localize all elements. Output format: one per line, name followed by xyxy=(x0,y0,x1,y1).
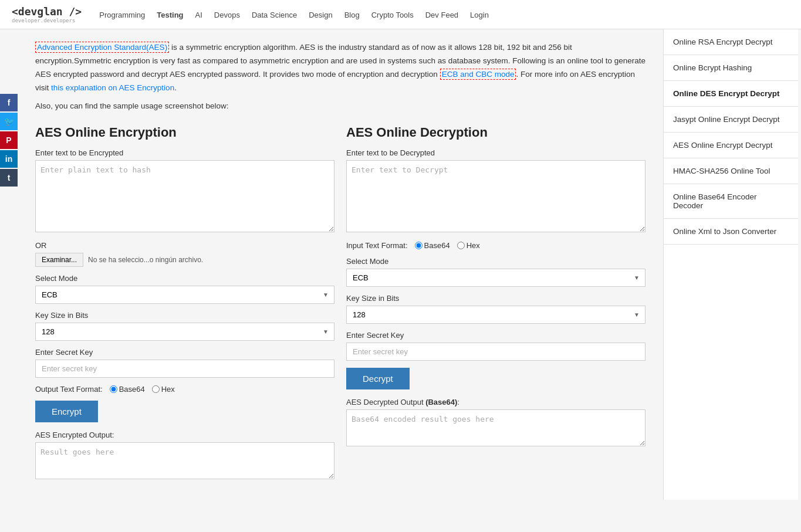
encrypt-column: AES Online Encryption Enter text to be E… xyxy=(35,125,334,488)
tumblr-button[interactable]: t xyxy=(0,169,18,187)
output-format-hex-label[interactable]: Hex xyxy=(152,385,175,394)
input-format-hex-label[interactable]: Hex xyxy=(457,241,480,250)
also-text: Also, you can find the sample usage scre… xyxy=(35,100,645,113)
encrypt-text-label: Enter text to be Encrypted xyxy=(35,148,334,157)
decrypt-secretkey-input[interactable] xyxy=(346,343,645,361)
encrypt-secretkey-group: Enter Secret Key xyxy=(35,348,334,378)
decrypt-title: AES Online Decryption xyxy=(346,125,645,140)
twitter-button[interactable]: 🐦 xyxy=(0,113,18,130)
two-columns: AES Online Encryption Enter text to be E… xyxy=(35,125,645,488)
nav-dev-feed[interactable]: Dev Feed xyxy=(425,11,458,19)
navbar: <devglan /> developer.developers Program… xyxy=(0,0,801,29)
nav-testing[interactable]: Testing xyxy=(157,11,183,19)
encrypt-button[interactable]: Encrypt xyxy=(35,401,98,422)
output-format-base64-radio[interactable] xyxy=(110,385,117,393)
nav-crypto-tools[interactable]: Crypto Tools xyxy=(371,11,414,19)
output-format-label: Output Text Format: xyxy=(35,385,103,394)
sidebar-item-bcrypt[interactable]: Online Bcrypt Hashing xyxy=(664,55,798,81)
decrypt-mode-select[interactable]: ECB CBC CTR CFB OFB xyxy=(346,269,645,287)
input-format-base64-radio[interactable] xyxy=(415,242,423,249)
file-upload-row: Examinar... No se ha seleccio...o ningún… xyxy=(35,253,334,267)
brand-subtitle: developer.developers xyxy=(12,18,82,23)
sidebar-item-rsa[interactable]: Online RSA Encrypt Decrypt xyxy=(664,29,798,55)
decrypt-output-group: AES Decrypted Output (Base64): xyxy=(346,398,645,448)
decrypt-keysize-label: Key Size in Bits xyxy=(346,294,645,303)
nav-blog[interactable]: Blog xyxy=(344,11,360,19)
input-format-base64-label[interactable]: Base64 xyxy=(415,241,450,250)
brand-logo[interactable]: <devglan /> developer.developers xyxy=(12,5,82,23)
decrypt-column: AES Online Decryption Enter text to be D… xyxy=(346,125,645,488)
decrypt-keysize-group: Key Size in Bits 128 192 256 xyxy=(346,294,645,324)
encrypt-text-input[interactable] xyxy=(35,160,334,232)
decrypt-text-group: Enter text to be Decrypted xyxy=(346,148,645,234)
input-format-hex-radio[interactable] xyxy=(457,242,465,249)
nav-design[interactable]: Design xyxy=(309,11,332,19)
sidebar-item-jasypt[interactable]: Jasypt Online Encrypt Decrypt xyxy=(664,107,798,133)
encrypt-output-group: AES Encrypted Output: xyxy=(35,431,334,481)
facebook-button[interactable]: f xyxy=(0,94,18,111)
sidebar-item-des[interactable]: Online DES Encrypt Decrypt xyxy=(664,81,798,107)
nav-links: Programming Testing AI Devops Data Scien… xyxy=(99,10,489,19)
encrypt-secretkey-input[interactable] xyxy=(35,360,334,378)
decrypt-secretkey-group: Enter Secret Key xyxy=(346,331,645,361)
ecb-cbc-link[interactable]: ECB and CBC mode xyxy=(440,69,516,80)
file-label: No se ha seleccio...o ningún archivo. xyxy=(88,256,203,264)
or-label: OR xyxy=(35,241,334,250)
decrypt-mode-label: Select Mode xyxy=(346,257,645,266)
decrypt-keysize-select-container: 128 192 256 xyxy=(346,306,645,324)
encrypt-output-textarea[interactable] xyxy=(35,442,334,479)
output-format-hex-radio[interactable] xyxy=(152,385,160,393)
encrypt-mode-label: Select Mode xyxy=(35,274,334,283)
encrypt-output-format-group: Output Text Format: Base64 Hex xyxy=(35,385,334,394)
content-area: Advanced Encryption Standard(AES) is a s… xyxy=(18,29,663,500)
nav-programming[interactable]: Programming xyxy=(99,11,145,19)
encrypt-title: AES Online Encryption xyxy=(35,125,334,140)
nav-devops[interactable]: Devops xyxy=(214,11,240,19)
encrypt-keysize-select-container: 128 192 256 xyxy=(35,323,334,341)
aes-explanation-link[interactable]: this explanation on AES Encryption xyxy=(51,83,174,92)
decrypt-text-input[interactable] xyxy=(346,160,645,232)
encrypt-output-label: AES Encrypted Output: xyxy=(35,431,334,439)
encrypt-mode-group: Select Mode ECB CBC CTR CFB OFB xyxy=(35,274,334,304)
decrypt-mode-select-container: ECB CBC CTR CFB OFB xyxy=(346,269,645,287)
main-wrapper: Advanced Encryption Standard(AES) is a s… xyxy=(18,29,801,500)
input-format-label: Input Text Format: xyxy=(346,241,408,250)
decrypt-output-textarea[interactable] xyxy=(346,409,645,446)
decrypt-button[interactable]: Decrypt xyxy=(346,368,410,389)
social-sidebar: f 🐦 P in t xyxy=(0,94,18,188)
sidebar-item-aes[interactable]: AES Online Encrypt Decrypt xyxy=(664,133,798,158)
encrypt-secretkey-label: Enter Secret Key xyxy=(35,348,334,357)
decrypt-output-label: AES Decrypted Output (Base64): xyxy=(346,398,645,406)
right-sidebar: Online RSA Encrypt Decrypt Online Bcrypt… xyxy=(663,29,798,500)
decrypt-secretkey-label: Enter Secret Key xyxy=(346,331,645,340)
encrypt-keysize-group: Key Size in Bits 128 192 256 xyxy=(35,311,334,341)
decrypt-keysize-select[interactable]: 128 192 256 xyxy=(346,306,645,324)
sidebar-item-hmac[interactable]: HMAC-SHA256 Online Tool xyxy=(664,158,798,184)
aes-link[interactable]: Advanced Encryption Standard(AES) xyxy=(35,42,169,53)
pinterest-button[interactable]: P xyxy=(0,131,18,149)
encrypt-text-group: Enter text to be Encrypted xyxy=(35,148,334,234)
output-format-base64-label[interactable]: Base64 xyxy=(110,385,145,394)
file-browse-button[interactable]: Examinar... xyxy=(35,253,83,267)
encrypt-mode-select[interactable]: ECB CBC CTR CFB OFB xyxy=(35,286,334,304)
decrypt-text-label: Enter text to be Decrypted xyxy=(346,148,645,157)
nav-login[interactable]: Login xyxy=(470,11,489,19)
nav-data-science[interactable]: Data Science xyxy=(252,11,297,19)
intro-text-3: . xyxy=(174,83,177,92)
encrypt-keysize-select[interactable]: 128 192 256 xyxy=(35,323,334,341)
intro-text: Advanced Encryption Standard(AES) is a s… xyxy=(35,41,645,113)
sidebar-item-base64[interactable]: Online Base64 Encoder Decoder xyxy=(664,184,798,219)
encrypt-mode-select-container: ECB CBC CTR CFB OFB xyxy=(35,286,334,304)
linkedin-button[interactable]: in xyxy=(0,150,18,168)
sidebar-item-xml-json[interactable]: Online Xml to Json Converter xyxy=(664,219,798,245)
nav-ai[interactable]: AI xyxy=(195,11,202,19)
decrypt-input-format-group: Input Text Format: Base64 Hex xyxy=(346,241,645,250)
decrypt-mode-group: Select Mode ECB CBC CTR CFB OFB xyxy=(346,257,645,287)
encrypt-keysize-label: Key Size in Bits xyxy=(35,311,334,320)
